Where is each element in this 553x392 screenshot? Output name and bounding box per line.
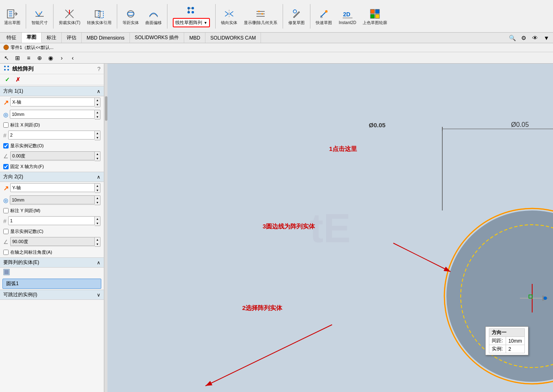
tab-sketch[interactable]: 草图 bbox=[22, 33, 42, 43]
angle2-up-btn[interactable]: ▲ bbox=[95, 237, 100, 242]
instance1-up-btn[interactable]: ▲ bbox=[95, 131, 100, 135]
svg-text:Ø0.05: Ø0.05 bbox=[511, 121, 529, 128]
instance1-down-btn[interactable]: ▼ bbox=[95, 135, 100, 140]
isometric-icon bbox=[124, 7, 137, 20]
panel-actions: ✓ ✗ bbox=[0, 74, 104, 85]
list-icon[interactable]: ≡ bbox=[24, 53, 33, 63]
bodies-icon-row bbox=[0, 268, 104, 278]
chevron-left-icon[interactable]: ‹ bbox=[68, 53, 78, 63]
mirror-button[interactable]: 镜向实体 bbox=[219, 7, 240, 26]
target-icon[interactable]: ⊕ bbox=[35, 53, 45, 63]
tab-solidworks-cam[interactable]: SOLIDWORKS CAM bbox=[205, 33, 261, 43]
body-list-item[interactable]: 圆弧1 bbox=[2, 279, 101, 289]
bodies-icon bbox=[3, 269, 10, 277]
tab-markup[interactable]: 标注 bbox=[42, 33, 62, 43]
colors-button[interactable]: 上色草图轮廓 bbox=[360, 7, 390, 26]
svg-line-61 bbox=[205, 325, 332, 386]
mirror-label: 镜向实体 bbox=[221, 20, 237, 25]
trim-label: 剪裁实体(T) bbox=[59, 20, 80, 25]
scrollbar-thumb[interactable] bbox=[105, 96, 107, 121]
surface-icon bbox=[147, 7, 160, 20]
instance1-icon: # bbox=[3, 132, 7, 139]
cancel-button[interactable]: ✗ bbox=[14, 76, 22, 83]
exit-sketch-button[interactable]: 退出草图 bbox=[2, 7, 23, 26]
help-icon[interactable]: ? bbox=[97, 66, 100, 72]
show-hide-button[interactable]: 显示/删除几何关系 bbox=[241, 7, 280, 26]
instance2-down-btn[interactable]: ▼ bbox=[95, 221, 100, 226]
axis1-up-btn[interactable]: ▲ bbox=[95, 98, 100, 102]
checkbox-spacing2-row: 标注 Y 间距(M) bbox=[0, 206, 104, 215]
convert-button[interactable]: 转换实体引用 bbox=[85, 7, 114, 26]
angle2-down-btn[interactable]: ▼ bbox=[95, 242, 100, 246]
spacing1-up-btn[interactable]: ▲ bbox=[95, 110, 100, 115]
instance2-spinners: ▲ ▼ bbox=[95, 216, 100, 226]
surface-button[interactable]: 曲面偏移 bbox=[143, 7, 164, 26]
search-icon[interactable]: 🔍 bbox=[507, 33, 517, 43]
color-icon[interactable]: ◉ bbox=[46, 53, 56, 63]
chevron-right-icon[interactable]: › bbox=[57, 53, 67, 63]
smart-dim-button[interactable]: A 智能尺寸 bbox=[29, 7, 50, 26]
instance2-input[interactable] bbox=[8, 216, 95, 225]
more-options-icon[interactable]: ▼ bbox=[542, 33, 551, 43]
angle1-up-btn[interactable]: ▲ bbox=[95, 152, 100, 156]
tab-solidworks-plugins[interactable]: SOLIDWORKS 插件 bbox=[130, 33, 185, 43]
axis2-input[interactable] bbox=[10, 183, 95, 192]
checkbox-spacing2-label: 标注 Y 间距(M) bbox=[10, 208, 40, 214]
spacing2-up-btn[interactable]: ▲ bbox=[95, 196, 100, 200]
ok-button[interactable]: ✓ bbox=[3, 76, 11, 83]
checkbox-show2[interactable] bbox=[3, 229, 9, 234]
direction1-title: 方向 1(1) bbox=[3, 88, 23, 95]
bodies-header[interactable]: 要阵列的实体(E) ∧ bbox=[0, 257, 104, 268]
checkbox-show1-row: 显示实例记数(O) bbox=[0, 142, 104, 150]
angle1-down-btn[interactable]: ▼ bbox=[95, 156, 100, 161]
settings-icon[interactable]: ⚙ bbox=[519, 33, 528, 43]
spacing2-row: ◎ ▲ ▼ bbox=[0, 194, 104, 206]
svg-rect-43 bbox=[4, 270, 9, 274]
checkbox-between-axes[interactable] bbox=[3, 250, 9, 255]
left-panel-scrollbar[interactable] bbox=[104, 64, 107, 392]
checkbox-fixX-row: 固定 X 轴方向(F) bbox=[0, 162, 104, 171]
arrow-icon[interactable]: ↖ bbox=[2, 53, 11, 63]
tab-mbd-dimensions[interactable]: MBD Dimensions bbox=[82, 33, 130, 43]
separator-3 bbox=[117, 4, 117, 29]
instance2-up-btn[interactable]: ▲ bbox=[95, 217, 100, 221]
view-icon[interactable]: 👁 bbox=[530, 33, 540, 43]
axis2-spinners: ▲ ▼ bbox=[95, 183, 100, 193]
axis1-down-btn[interactable]: ▼ bbox=[95, 102, 100, 107]
spacing2-input[interactable] bbox=[10, 195, 95, 204]
direction2-header[interactable]: 方向 2(2) ∧ bbox=[0, 172, 104, 182]
linear-pattern-dropdown[interactable]: 线性草图阵列 ▼ bbox=[173, 18, 210, 27]
spacing2-down-btn[interactable]: ▼ bbox=[95, 200, 100, 205]
direction1-header[interactable]: 方向 1(1) ∧ bbox=[0, 86, 104, 96]
angle1-input[interactable] bbox=[10, 151, 95, 160]
tab-evaluate[interactable]: 评估 bbox=[62, 33, 82, 43]
svg-rect-57 bbox=[529, 295, 532, 298]
svg-point-53 bbox=[444, 208, 553, 384]
fast-sketch-button[interactable]: S 快速草图 bbox=[313, 7, 334, 26]
checkbox-show1[interactable] bbox=[3, 143, 9, 148]
instance1-input[interactable] bbox=[8, 131, 95, 140]
checkbox-fixX[interactable] bbox=[3, 164, 9, 169]
tab-mbd[interactable]: MBD bbox=[184, 33, 205, 43]
tab-features[interactable]: 特征 bbox=[2, 33, 22, 43]
repair-button[interactable]: 修复草图 bbox=[286, 7, 307, 26]
spacing1-down-btn[interactable]: ▼ bbox=[95, 115, 100, 119]
axis2-down-btn[interactable]: ▼ bbox=[95, 188, 100, 193]
instant2d-button[interactable]: 2D Instant2D bbox=[336, 7, 359, 26]
grid-icon[interactable]: ⊞ bbox=[13, 53, 22, 63]
axis2-up-btn[interactable]: ▲ bbox=[95, 184, 100, 188]
svg-point-58 bbox=[544, 297, 547, 300]
checkbox-spacing2[interactable] bbox=[3, 208, 9, 213]
svg-rect-34 bbox=[375, 9, 379, 13]
fast-sketch-label: 快速草图 bbox=[316, 20, 332, 25]
spacing1-input[interactable] bbox=[10, 110, 95, 119]
axis1-input[interactable] bbox=[10, 97, 95, 106]
dropdown-arrow-icon[interactable]: ▼ bbox=[204, 21, 207, 25]
trim-button[interactable]: 剪裁实体(T) bbox=[56, 7, 83, 26]
angle2-input[interactable] bbox=[10, 237, 95, 246]
annotation-circle-body: 3圆边线为阵列实体 bbox=[263, 223, 315, 230]
checkbox-spacing1[interactable] bbox=[3, 122, 9, 128]
svg-text:S: S bbox=[320, 15, 323, 19]
isometric-button[interactable]: 等距实体 bbox=[120, 7, 141, 26]
skip-header[interactable]: 可跳过的实例(I) ∨ bbox=[0, 290, 104, 300]
